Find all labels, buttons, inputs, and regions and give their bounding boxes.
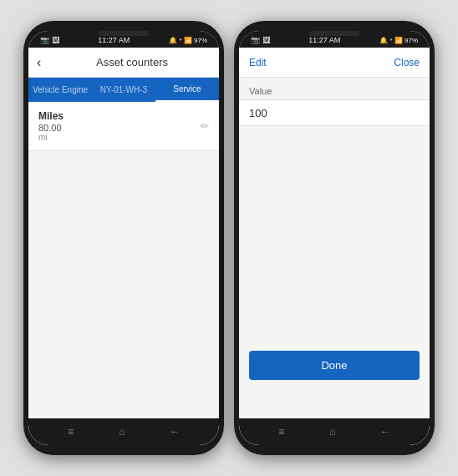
nav-back-button[interactable]: ←	[170, 426, 180, 438]
status-left-icons-2: 📷 🖼	[251, 36, 270, 44]
status-time-2: 11:27 AM	[308, 36, 340, 44]
nav-home-button[interactable]: ⌂	[119, 426, 125, 438]
edit-header: Edit Close	[239, 48, 430, 78]
nav-menu-button[interactable]: ≡	[68, 426, 74, 438]
status-time: 11:27 AM	[98, 36, 130, 44]
tab-ny01wh3[interactable]: NY-01-WH-3	[92, 78, 155, 101]
tab-service[interactable]: Service	[155, 78, 219, 102]
status-right-icons-2: 🔔 * 📶 97%	[379, 37, 418, 44]
nav-menu-button-2[interactable]: ≡	[278, 426, 284, 438]
nav-bar-1: ≡ ⌂ ←	[28, 418, 219, 445]
miles-card: Miles 80.00 mi ✏	[28, 102, 219, 151]
nav-bar-2: ≡ ⌂ ←	[239, 418, 430, 445]
header-1: ‹ Asset counters	[28, 48, 219, 78]
header-title: Asset counters	[53, 56, 211, 68]
edit-button[interactable]: Edit	[249, 57, 267, 68]
phone-notch	[99, 31, 149, 36]
card-unit-miles: mi	[38, 133, 209, 142]
phone-screen-2: 📷 🖼 11:27 AM 🔔 * 📶 97% Edit Close Value …	[239, 31, 430, 445]
value-input[interactable]	[249, 107, 420, 119]
edit-icon[interactable]: ✏	[201, 120, 209, 132]
tab-vehicle-engine[interactable]: Vehicle Engine	[28, 78, 92, 101]
edit-content: Value Done	[239, 78, 430, 418]
back-button[interactable]: ‹	[37, 55, 53, 70]
nav-back-button-2[interactable]: ←	[380, 426, 390, 438]
phone-screen-1: 📷 🖼 11:27 AM 🔔 * 📶 97% ‹ Asset counters …	[28, 31, 219, 445]
content-area-1: Miles 80.00 mi ✏	[28, 102, 219, 418]
nav-home-button-2[interactable]: ⌂	[329, 426, 335, 438]
tab-bar: Vehicle Engine NY-01-WH-3 Service	[28, 78, 219, 102]
status-right-icons: 🔔 * 📶 97%	[169, 37, 207, 44]
card-value-miles: 80.00	[38, 123, 209, 133]
phone-notch-2	[309, 31, 359, 36]
phone-2: 📷 🖼 11:27 AM 🔔 * 📶 97% Edit Close Value …	[234, 21, 435, 455]
status-left-icons: 📷 🖼	[40, 36, 59, 44]
value-input-container	[239, 99, 430, 126]
done-button[interactable]: Done	[249, 351, 420, 380]
phone-1: 📷 🖼 11:27 AM 🔔 * 📶 97% ‹ Asset counters …	[23, 21, 224, 455]
close-button[interactable]: Close	[394, 57, 420, 68]
card-title-miles: Miles	[38, 110, 209, 122]
value-label: Value	[239, 78, 430, 99]
done-button-container: Done	[244, 351, 425, 380]
